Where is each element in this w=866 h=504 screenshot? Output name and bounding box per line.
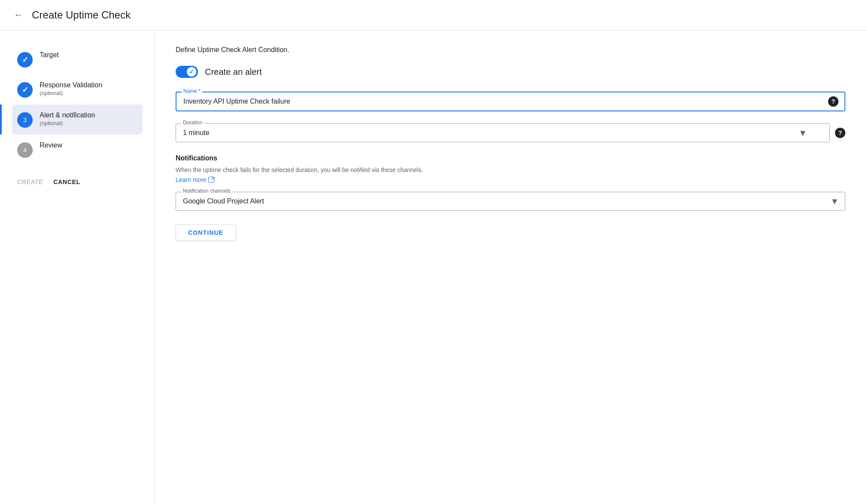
- sidebar-actions: CREATE CANCEL: [12, 175, 142, 189]
- duration-dropdown[interactable]: Duration 1 minute ▼: [176, 123, 830, 142]
- define-title: Define Uptime Check Alert Condition.: [176, 46, 845, 54]
- step-2-sublabel: (optional): [40, 90, 102, 96]
- toggle-row: ✓ Create an alert: [176, 66, 845, 78]
- learn-more-link[interactable]: Learn more: [176, 176, 214, 183]
- toggle-thumb-check: ✓: [187, 67, 196, 77]
- step-4-circle: 4: [17, 142, 33, 158]
- step-3-sublabel: (optional): [40, 120, 95, 126]
- toggle-track: ✓: [176, 66, 198, 78]
- duration-help-icon[interactable]: ?: [835, 128, 845, 138]
- external-link-icon: [208, 177, 214, 183]
- notifications-section: Notifications When the uptime check fail…: [176, 154, 845, 211]
- step-4-number: 4: [23, 147, 27, 154]
- notification-channels-dropdown[interactable]: Notification channels Google Cloud Proje…: [176, 192, 845, 211]
- duration-form-group: Duration 1 minute ▼ ?: [176, 123, 845, 142]
- header: ← Create Uptime Check: [0, 0, 866, 31]
- channels-dropdown-arrow-icon: ▼: [830, 197, 839, 206]
- step-1-circle: [17, 52, 33, 68]
- back-button[interactable]: ←: [12, 8, 25, 22]
- sidebar-item-alert-notification[interactable]: 3 Alert & notification (optional): [12, 104, 142, 135]
- create-alert-toggle[interactable]: ✓: [176, 66, 198, 78]
- step-2-text: Response Validation (optional): [40, 81, 102, 96]
- sidebar-item-review[interactable]: 4 Review: [12, 135, 142, 165]
- step-3-circle: 3: [17, 112, 33, 128]
- create-button[interactable]: CREATE: [17, 178, 43, 185]
- learn-more-label: Learn more: [176, 176, 207, 183]
- step-1-text: Target: [40, 51, 59, 59]
- duration-row: Duration 1 minute ▼ ?: [176, 123, 845, 142]
- name-input[interactable]: [183, 98, 823, 105]
- duration-label: Duration: [181, 120, 204, 126]
- step-4-label: Review: [40, 141, 62, 149]
- notifications-title: Notifications: [176, 154, 845, 162]
- duration-dropdown-arrow-icon: ▼: [798, 128, 807, 138]
- sidebar: Target Response Validation (optional) 3 …: [0, 31, 155, 504]
- name-field-container: Name * ?: [176, 92, 845, 111]
- step-3-number: 3: [23, 117, 27, 123]
- step-3-text: Alert & notification (optional): [40, 111, 95, 126]
- main-content: Define Uptime Check Alert Condition. ✓ C…: [155, 31, 866, 504]
- name-help-icon[interactable]: ?: [828, 96, 838, 107]
- sidebar-item-response-validation[interactable]: Response Validation (optional): [12, 74, 142, 104]
- name-field-label: Name *: [182, 88, 202, 94]
- content-area: Target Response Validation (optional) 3 …: [0, 31, 866, 504]
- notifications-description: When the uptime check fails for the sele…: [176, 166, 845, 175]
- duration-value: 1 minute: [183, 129, 209, 136]
- name-form-group: Name * ?: [176, 92, 845, 111]
- continue-button[interactable]: CONTINUE: [176, 224, 236, 241]
- toggle-label: Create an alert: [205, 67, 262, 77]
- channels-label: Notification channels: [181, 188, 232, 194]
- step-1-label: Target: [40, 51, 59, 59]
- active-bar: [0, 104, 2, 135]
- cancel-button[interactable]: CANCEL: [53, 178, 80, 185]
- step-2-circle: [17, 82, 33, 98]
- sidebar-item-target[interactable]: Target: [12, 44, 142, 74]
- step-4-text: Review: [40, 141, 62, 149]
- back-arrow-icon: ←: [14, 9, 23, 21]
- step-3-label: Alert & notification: [40, 111, 95, 119]
- channels-value: Google Cloud Project Alert: [183, 197, 264, 205]
- page-title: Create Uptime Check: [32, 9, 130, 21]
- step-2-label: Response Validation: [40, 81, 102, 89]
